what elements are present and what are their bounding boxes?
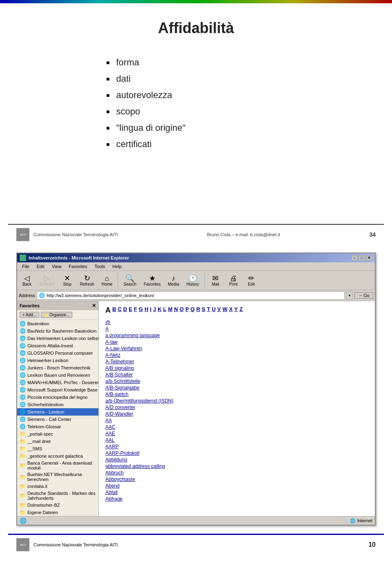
entry-link[interactable]: A/B signaling <box>105 365 134 371</box>
entry-link[interactable]: Abbruch <box>105 470 124 476</box>
alpha-letter-y[interactable]: Y <box>234 306 238 315</box>
menu-item-edit[interactable]: Edit <box>33 263 48 270</box>
history-button[interactable]: 🕐 History <box>183 273 202 288</box>
ie-close-btn[interactable]: ✕ <box>366 255 372 261</box>
alpha-letter-m[interactable]: M <box>168 306 173 315</box>
edit-button[interactable]: ✏ Edit <box>243 273 260 288</box>
ie-minimize-btn[interactable]: – <box>351 255 358 261</box>
fav-item[interactable]: 🌐Das Heimwerker-Lexikon von selbst und d… <box>17 335 98 342</box>
entry-link[interactable]: A/B-Schalter <box>105 372 133 378</box>
alpha-letter-v[interactable]: V <box>217 306 221 315</box>
alpha-letter-w[interactable]: W <box>223 306 227 315</box>
home-button[interactable]: ⌂ Home <box>99 273 116 288</box>
entry-link[interactable]: A-law <box>105 339 118 345</box>
favorites-close-button[interactable]: ✕ <box>92 303 96 309</box>
fav-item[interactable]: 🌐Siemens - Call Center <box>17 416 98 423</box>
entry-link[interactable]: AARP <box>105 444 119 450</box>
entry-link[interactable]: A-Law-Verfahren <box>105 346 142 351</box>
fav-item[interactable]: 🌐Piccola enciclopedia del legno <box>17 394 98 401</box>
refresh-button[interactable]: ↻ Refresh <box>77 273 97 288</box>
fav-folder-item[interactable]: 📁Banca Generali - Area download moduli <box>17 460 98 471</box>
entry-link[interactable]: Abfrage <box>105 496 122 502</box>
alpha-letter-b[interactable]: B <box>112 306 116 315</box>
fav-folder-item[interactable]: 📁Dolmetscher-BZ <box>17 501 98 509</box>
media-button[interactable]: ♪ Media <box>165 273 182 288</box>
fav-folder-item[interactable]: 📁Eigene Dateien <box>17 509 98 516</box>
alpha-letter-u[interactable]: U <box>212 306 216 315</box>
entry-link[interactable]: A/B-switch <box>105 391 129 397</box>
fav-item[interactable]: 🌐MANN+HUMMEL ProTec - Dosieren Trocknen <box>17 379 98 386</box>
entry-link[interactable]: a/b-Übermittlungsdienst (ISDN) <box>105 398 174 404</box>
alpha-letter-i[interactable]: I <box>150 306 151 315</box>
menu-item-favorites[interactable]: Favorites <box>65 263 90 270</box>
fav-folder-item[interactable]: 📁Deutsche Standards - Marken des Jahrhun… <box>17 490 98 501</box>
alpha-letter-t[interactable]: T <box>207 306 210 315</box>
alpha-letter-s[interactable]: S <box>202 306 205 315</box>
fav-item[interactable]: 🌐Sicherheitslexikon <box>17 401 98 408</box>
fav-folder-item[interactable]: 📁Buehler.NET Wechselkurse berechnen <box>17 471 98 483</box>
alpha-letter-c[interactable]: C <box>118 306 121 315</box>
forward-button[interactable]: ▷ Forward <box>37 273 58 288</box>
entry-link[interactable]: Abbildung <box>105 457 127 463</box>
entry-link[interactable]: AAC <box>105 424 116 430</box>
entry-link[interactable]: AAL <box>105 437 115 443</box>
fav-folder-item[interactable]: 📁cnnitalia.it <box>17 483 98 490</box>
entry-link[interactable]: a/b-Schnittstelle <box>105 378 140 384</box>
fav-folder-item[interactable]: 📁__SMS <box>17 445 98 452</box>
fav-folder-item[interactable]: 📁_portali-spec <box>17 430 98 438</box>
fav-item[interactable]: 🌐Microsoft Support Knowledge Base <box>17 386 98 394</box>
mail-button[interactable]: ✉ Mail <box>207 273 224 288</box>
entry-link[interactable]: AAE <box>105 431 115 436</box>
entry-link[interactable]: A/D-Wandler <box>105 411 133 417</box>
entry-link[interactable]: Abend <box>105 483 120 489</box>
alpha-letter-f[interactable]: F <box>134 306 137 315</box>
alpha-letter-k[interactable]: K <box>158 306 161 315</box>
alpha-letter-l[interactable]: L <box>163 306 167 315</box>
back-button[interactable]: ◁ Back <box>19 273 35 288</box>
alpha-letter-p[interactable]: P <box>185 306 189 315</box>
entry-link[interactable]: AARP-Protokoll <box>105 450 139 456</box>
ie-restore-btn[interactable]: □ <box>359 255 365 261</box>
fav-item[interactable]: 🌐BauNetz für Bauherren Baulexikon <box>17 327 98 335</box>
entry-link[interactable]: A/B-Signalgabe <box>105 385 139 391</box>
print-button[interactable]: 🖨 Print <box>225 273 242 288</box>
alpha-letter-z[interactable]: Z <box>239 306 243 315</box>
entry-link[interactable]: A/D converter <box>105 405 135 410</box>
fav-item[interactable]: 🌐Junkers - Bosch Thermotechnik <box>17 364 98 371</box>
fav-item[interactable]: 🌐Telekom-Glossar <box>17 423 98 430</box>
entry-link[interactable]: @ <box>105 320 110 325</box>
alpha-letter-j[interactable]: J <box>153 306 156 315</box>
entry-link[interactable]: A <box>105 326 109 332</box>
alpha-letter-n[interactable]: N <box>174 306 178 315</box>
alpha-letter-d[interactable]: D <box>123 306 127 315</box>
menu-item-help[interactable]: Help <box>109 263 125 270</box>
alpha-letter-e[interactable]: E <box>129 306 132 315</box>
alpha-letter-q[interactable]: Q <box>191 306 195 315</box>
alpha-letter-g[interactable]: G <box>139 306 143 315</box>
entry-link[interactable]: A-Teilnehmer <box>105 359 134 365</box>
alpha-letter-o[interactable]: O <box>180 306 184 315</box>
entry-link[interactable]: A-Netz <box>105 352 120 358</box>
fav-item[interactable]: 🌐Siemens - Lexikon <box>17 408 98 416</box>
address-input-wrapper[interactable]: 🌐 http://w3.siemens.de/solutionprovider/… <box>37 291 345 300</box>
menu-item-tools[interactable]: Tools <box>91 263 109 270</box>
go-button[interactable]: → Go <box>354 292 373 299</box>
entry-link[interactable]: Abbруchtaste <box>105 476 135 482</box>
favorites-organize-button[interactable]: 📁 Organize... <box>41 312 72 318</box>
fav-item[interactable]: 🌐Heimwerker-Lexikon <box>17 357 98 364</box>
fav-item[interactable]: 🌐Lexikon Bauen und Renovieren <box>17 371 98 379</box>
fav-item[interactable]: 🌐Baulexikon <box>17 320 98 327</box>
stop-button[interactable]: ✕ Stop <box>59 273 76 288</box>
entry-link[interactable]: Abfall <box>105 490 118 495</box>
address-dropdown[interactable]: ▼ <box>346 291 353 300</box>
entry-link[interactable]: a programming language <box>105 333 160 338</box>
fav-item[interactable]: 🌐GLOSSARIO Personal computer <box>17 349 98 357</box>
menu-item-view[interactable]: View <box>49 263 65 270</box>
alpha-letter-r[interactable]: R <box>196 306 200 315</box>
alpha-letter-h[interactable]: H <box>145 306 148 315</box>
favorites-add-button[interactable]: + Add... <box>20 312 39 318</box>
ie-titlebar-buttons[interactable]: – □ ✕ <box>351 255 372 261</box>
alpha-letter-x[interactable]: X <box>229 306 233 315</box>
search-button[interactable]: 🔍 Search <box>120 273 139 288</box>
menu-item-file[interactable]: File <box>19 263 33 270</box>
